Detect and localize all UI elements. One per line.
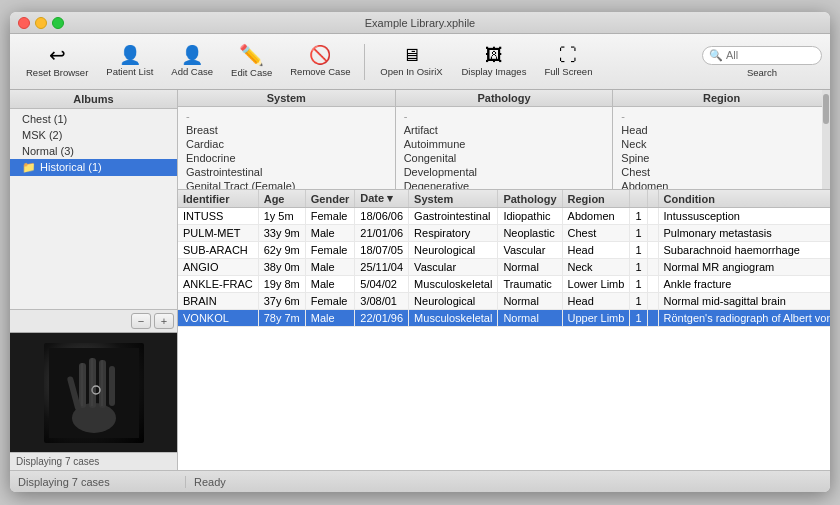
system-filter-cardiac[interactable]: Cardiac xyxy=(178,137,395,151)
edit-case-button[interactable]: ✏️ Edit Case xyxy=(223,41,280,82)
cell-c2 xyxy=(647,310,658,327)
cell-c2 xyxy=(647,208,658,225)
cell-date: 21/01/06 xyxy=(355,225,409,242)
cell-pathology: Traumatic xyxy=(498,276,562,293)
cell-region: Abdomen xyxy=(562,208,630,225)
col-c1[interactable] xyxy=(630,190,647,208)
cell-gender: Female xyxy=(305,293,355,310)
table-row[interactable]: ANGIO 38y 0m Male 25/11/04 Vascular Norm… xyxy=(178,259,830,276)
pathology-filter-congenital[interactable]: Congenital xyxy=(396,151,613,165)
system-filter-list[interactable]: - Breast Cardiac Endocrine Gastrointesti… xyxy=(178,107,395,189)
col-region[interactable]: Region xyxy=(562,190,630,208)
cell-region: Head xyxy=(562,242,630,259)
search-input[interactable] xyxy=(726,49,816,61)
close-button[interactable] xyxy=(18,17,30,29)
region-filter-head[interactable]: Head xyxy=(613,123,830,137)
pathology-filter-artifact[interactable]: Artifact xyxy=(396,123,613,137)
region-filter-header: Region xyxy=(613,90,830,107)
cell-region: Upper Limb xyxy=(562,310,630,327)
sidebar-msk-label: MSK (2) xyxy=(22,129,62,141)
plus-button[interactable]: + xyxy=(154,313,174,329)
system-filter-gtf[interactable]: Genital Tract (Female) xyxy=(178,179,395,189)
search-label: Search xyxy=(747,67,777,78)
cell-gender: Female xyxy=(305,208,355,225)
cell-pathology: Normal xyxy=(498,293,562,310)
table-header-row: Identifier Age Gender Date ▾ System Path… xyxy=(178,190,830,208)
region-filter-spine[interactable]: Spine xyxy=(613,151,830,165)
col-gender[interactable]: Gender xyxy=(305,190,355,208)
col-pathology[interactable]: Pathology xyxy=(498,190,562,208)
table-row[interactable]: ANKLE-FRAC 19y 8m Male 5/04/02 Musculosk… xyxy=(178,276,830,293)
svg-rect-2 xyxy=(79,363,86,408)
pathology-filter-degenerative[interactable]: Degenerative xyxy=(396,179,613,189)
region-scrollbar-thumb[interactable] xyxy=(823,94,829,124)
patient-list-button[interactable]: 👤 Patient List xyxy=(98,42,161,81)
reset-browser-button[interactable]: ↩ Reset Browser xyxy=(18,41,96,82)
search-icon: 🔍 xyxy=(709,49,723,62)
cell-system: Respiratory xyxy=(409,225,498,242)
pathology-filter-header: Pathology xyxy=(396,90,613,107)
sidebar-item-chest[interactable]: Chest (1) xyxy=(10,111,177,127)
cases-table-container[interactable]: Identifier Age Gender Date ▾ System Path… xyxy=(178,190,830,470)
cell-system: Gastrointestinal xyxy=(409,208,498,225)
table-row[interactable]: VONKOL 78y 7m Male 22/01/96 Musculoskele… xyxy=(178,310,830,327)
cell-condition: Pulmonary metastasis xyxy=(658,225,830,242)
pathology-filter-dash[interactable]: - xyxy=(396,109,613,123)
region-filter-neck[interactable]: Neck xyxy=(613,137,830,151)
main-window: Example Library.xphile ↩ Reset Browser 👤… xyxy=(10,12,830,492)
edit-case-icon: ✏️ xyxy=(239,45,264,65)
cell-c2 xyxy=(647,242,658,259)
pathology-filter-autoimmune[interactable]: Autoimmune xyxy=(396,137,613,151)
region-filter-abdomen[interactable]: Abdomen xyxy=(613,179,830,189)
open-osirix-label: Open In OsiriX xyxy=(380,66,442,77)
search-box[interactable]: 🔍 xyxy=(702,46,822,65)
region-filter-dash[interactable]: - xyxy=(613,109,830,123)
col-c2[interactable] xyxy=(647,190,658,208)
sidebar-item-normal[interactable]: Normal (3) xyxy=(10,143,177,159)
system-filter-endocrine[interactable]: Endocrine xyxy=(178,151,395,165)
region-filter-chest[interactable]: Chest xyxy=(613,165,830,179)
full-screen-button[interactable]: ⛶ Full Screen xyxy=(536,42,600,81)
col-condition[interactable]: Condition xyxy=(658,190,830,208)
sidebar-item-msk[interactable]: MSK (2) xyxy=(10,127,177,143)
system-filter-dash[interactable]: - xyxy=(178,109,395,123)
remove-case-button[interactable]: 🚫 Remove Case xyxy=(282,42,358,81)
col-identifier[interactable]: Identifier xyxy=(178,190,258,208)
add-case-button[interactable]: 👤 Add Case xyxy=(163,42,221,81)
cell-age: 33y 9m xyxy=(258,225,305,242)
maximize-button[interactable] xyxy=(52,17,64,29)
table-row[interactable]: INTUSS 1y 5m Female 18/06/06 Gastrointes… xyxy=(178,208,830,225)
sidebar-status: Displaying 7 cases xyxy=(10,452,177,470)
table-row[interactable]: SUB-ARACH 62y 9m Female 18/07/05 Neurolo… xyxy=(178,242,830,259)
sidebar-normal-label: Normal (3) xyxy=(22,145,74,157)
region-filter-list[interactable]: - Head Neck Spine Chest Abdomen Pelvis xyxy=(613,107,830,189)
region-scrollbar-track[interactable] xyxy=(822,90,830,189)
system-filter-gi[interactable]: Gastrointestinal xyxy=(178,165,395,179)
cell-condition: Ankle fracture xyxy=(658,276,830,293)
cell-c1: 1 xyxy=(630,242,647,259)
status-right: Ready xyxy=(186,476,226,488)
cell-region: Head xyxy=(562,293,630,310)
col-date[interactable]: Date ▾ xyxy=(355,190,409,208)
cell-identifier: ANGIO xyxy=(178,259,258,276)
col-age[interactable]: Age xyxy=(258,190,305,208)
minus-button[interactable]: − xyxy=(131,313,151,329)
table-row[interactable]: PULM-MET 33y 9m Male 21/01/06 Respirator… xyxy=(178,225,830,242)
col-system[interactable]: System xyxy=(409,190,498,208)
cell-age: 62y 9m xyxy=(258,242,305,259)
sidebar-controls: − + xyxy=(10,309,177,332)
sidebar-historical-label: Historical (1) xyxy=(40,161,102,173)
sidebar-chest-label: Chest (1) xyxy=(22,113,67,125)
table-row[interactable]: BRAIN 37y 6m Female 3/08/01 Neurological… xyxy=(178,293,830,310)
pathology-filter-list[interactable]: - Artifact Autoimmune Congenital Develop… xyxy=(396,107,613,189)
system-filter-breast[interactable]: Breast xyxy=(178,123,395,137)
main-content: Albums Chest (1) MSK (2) Normal (3) 📁His… xyxy=(10,90,830,470)
display-images-button[interactable]: 🖼 Display Images xyxy=(453,42,534,81)
sidebar-list[interactable]: Chest (1) MSK (2) Normal (3) 📁Historical… xyxy=(10,109,177,309)
sidebar-item-historical[interactable]: 📁Historical (1) xyxy=(10,159,177,176)
minimize-button[interactable] xyxy=(35,17,47,29)
pathology-filter-developmental[interactable]: Developmental xyxy=(396,165,613,179)
remove-case-label: Remove Case xyxy=(290,66,350,77)
open-in-osirix-button[interactable]: 🖥 Open In OsiriX xyxy=(371,42,451,81)
cell-c1: 1 xyxy=(630,293,647,310)
